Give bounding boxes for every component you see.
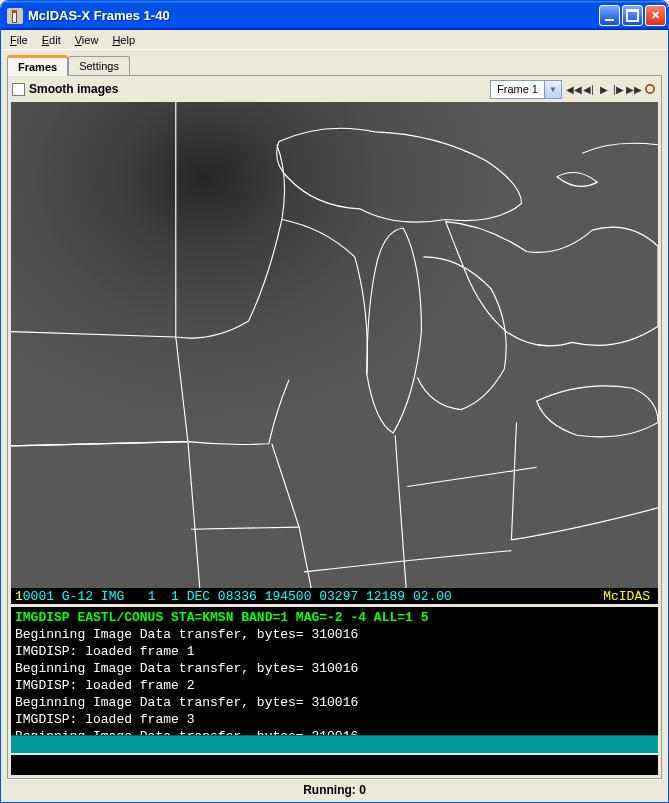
close-button[interactable] <box>645 5 666 26</box>
window-title: McIDAS-X Frames 1-40 <box>28 8 599 23</box>
command-input[interactable] <box>11 735 658 753</box>
loop-icon[interactable] <box>643 82 657 96</box>
console-line: IMGDISP: loaded frame 1 <box>15 643 654 660</box>
status-text: Running: 0 <box>303 783 366 797</box>
console-output[interactable]: IMGDISP EASTL/CONUS STA=KMSN BAND=1 MAG=… <box>11 607 658 735</box>
tab-panel-frames: Smooth images Frame 1 ▼ ◀◀ ◀| ▶ |▶ ▶▶ <box>7 75 662 779</box>
tab-frames[interactable]: Frames <box>7 55 68 76</box>
smooth-checkbox[interactable] <box>12 83 25 96</box>
maximize-button[interactable] <box>622 5 643 26</box>
satellite-image <box>11 102 658 604</box>
menu-edit[interactable]: Edit <box>35 32 68 48</box>
prev-frame-button[interactable]: ◀| <box>581 80 596 98</box>
first-frame-button[interactable]: ◀◀ <box>566 80 581 98</box>
toolbar: Smooth images Frame 1 ▼ ◀◀ ◀| ▶ |▶ ▶▶ <box>8 76 661 102</box>
tab-settings[interactable]: Settings <box>68 56 130 75</box>
java-icon <box>7 8 23 24</box>
console-line: Beginning Image Data transfer, bytes= 31… <box>15 728 654 735</box>
console-command: IMGDISP EASTL/CONUS STA=KMSN BAND=1 MAG=… <box>15 609 654 626</box>
console-area: IMGDISP EASTL/CONUS STA=KMSN BAND=1 MAG=… <box>11 607 658 775</box>
console-line: IMGDISP: loaded frame 3 <box>15 711 654 728</box>
titlebar[interactable]: McIDAS-X Frames 1-40 <box>1 1 668 30</box>
menu-help[interactable]: Help <box>105 32 142 48</box>
menu-view[interactable]: View <box>68 32 106 48</box>
image-viewport[interactable]: 1 0001 G-12 IMG 1 1 DEC 08336 194500 032… <box>11 102 658 604</box>
console-line: Beginning Image Data transfer, bytes= 31… <box>15 660 654 677</box>
console-line: Beginning Image Data transfer, bytes= 31… <box>15 694 654 711</box>
overlay-brand: McIDAS <box>603 589 650 604</box>
menu-file[interactable]: File <box>3 32 35 48</box>
image-overlay-bar: 1 0001 G-12 IMG 1 1 DEC 08336 194500 032… <box>11 588 658 604</box>
console-line: Beginning Image Data transfer, bytes= 31… <box>15 626 654 643</box>
minimize-button[interactable] <box>599 5 620 26</box>
overlay-frame-index: 1 <box>11 589 23 604</box>
console-line: IMGDISP: loaded frame 2 <box>15 677 654 694</box>
chevron-down-icon[interactable]: ▼ <box>544 81 561 98</box>
last-frame-button[interactable]: ▶▶ <box>626 80 641 98</box>
tabbar: Frames Settings <box>7 53 662 75</box>
statusbar: Running: 0 <box>7 779 662 799</box>
smooth-label: Smooth images <box>29 82 118 96</box>
client-area: Frames Settings Smooth images Frame 1 ▼ … <box>1 50 668 802</box>
tab-label: Frames <box>18 61 57 73</box>
menubar: File Edit View Help <box>1 30 668 50</box>
console-footer <box>11 755 658 775</box>
frame-select[interactable]: Frame 1 ▼ <box>490 80 562 99</box>
overlay-text: 0001 G-12 IMG 1 1 DEC 08336 194500 03297… <box>23 589 452 604</box>
next-frame-button[interactable]: |▶ <box>611 80 626 98</box>
tab-label: Settings <box>79 60 119 72</box>
play-button[interactable]: ▶ <box>596 80 611 98</box>
app-window: McIDAS-X Frames 1-40 File Edit View Help… <box>0 0 669 803</box>
frame-select-value: Frame 1 <box>491 83 544 95</box>
